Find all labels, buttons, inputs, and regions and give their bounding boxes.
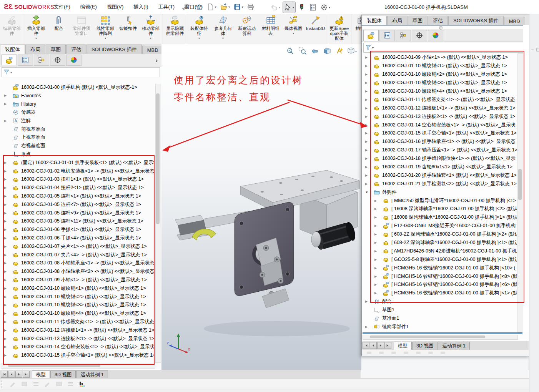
expand-arrow-icon[interactable]: ▶ (362, 56, 374, 59)
fm-appearance-tab[interactable] (428, 30, 443, 41)
ribbon-refgeo-button[interactable]: 参考几何体 (211, 14, 235, 44)
tab-MBD[interactable]: MBD (504, 17, 525, 25)
expand-arrow-icon[interactable]: ▶ (1, 119, 13, 123)
tree-item[interactable]: ▶[ 608-2Z 深沟球轴承^16002-CGJ-01-00 抓手机构 ]<2… (371, 230, 517, 239)
tree-item[interactable]: ▶16002-CGJ-01-02 电机安装板<1> -> (默认) <<默认>_… (1, 167, 155, 175)
nav-prev-button[interactable] (8, 371, 15, 378)
fm-assembly-tab[interactable] (363, 30, 379, 41)
tab-装配体[interactable]: 装配体 (362, 16, 387, 25)
table-grid-icon[interactable] (55, 380, 63, 388)
tree-item[interactable]: ▶16002-CGJ-01-17 轴承压盖<1> -> (默认) <<默认>_显… (362, 146, 517, 154)
expand-arrow-icon[interactable]: ▶ (1, 236, 13, 240)
expand-arrow-icon[interactable]: ▶ (371, 207, 383, 211)
expand-arrow-icon[interactable]: ▶ (362, 81, 374, 85)
expand-arrow-icon[interactable]: ▶ (371, 233, 383, 236)
fm-dimxpert-tab[interactable] (412, 30, 427, 41)
expand-arrow-icon[interactable]: ▶ (1, 270, 13, 273)
tree-item[interactable]: ▶16002-CGJ-01-06 手抓<1> (默认) <<默认>_显示状态 1… (1, 226, 155, 234)
tree-item[interactable]: ▶配合 (362, 297, 517, 306)
expand-arrow-icon[interactable]: ▶ (1, 287, 13, 290)
tree-item[interactable]: ▶16002-CGJ-01-07 夹片<1> -> (默认) <<默认>_显示状… (1, 242, 155, 251)
tree-item[interactable]: ▶16002-CGJ-01-12 连接板1<1> -> (默认) <<默认>_显… (1, 326, 155, 334)
expand-arrow-icon[interactable]: ▶ (1, 102, 13, 106)
expand-arrow-icon[interactable]: ▶ (362, 98, 374, 101)
expand-arrow-icon[interactable]: ▶ (1, 312, 13, 315)
tree-item[interactable]: ▶[ 16008 深沟球轴承^16002-CGJ-01-00 抓手机构 ]<2>… (371, 205, 517, 213)
ribbon-insert-button[interactable]: 插入零部件 (24, 14, 48, 44)
expand-arrow-icon[interactable]: ▶ (371, 224, 383, 228)
tree-item[interactable]: 原点 (1, 150, 155, 159)
expand-arrow-icon[interactable]: ▶ (1, 345, 13, 349)
tree-item[interactable]: ▶[ HCMGH5-16 铰链销^16002-CGJ-01-00 抓手机构 ]<… (371, 272, 517, 281)
filter-clock-icon[interactable] (67, 380, 75, 388)
options-report-button[interactable] (308, 2, 318, 13)
tree-item[interactable]: 传感器 (1, 108, 155, 117)
settings-button[interactable]: ▾ (319, 2, 331, 13)
tree-item[interactable]: 基准面1 (362, 314, 517, 323)
eraser-icon[interactable] (32, 380, 40, 388)
nav-last-button[interactable] (384, 342, 391, 349)
doc-tab-3D 视图[interactable]: 3D 视图 (412, 342, 438, 350)
nav-prev-button[interactable] (370, 342, 377, 349)
tree-item[interactable]: ▶16002-CGJ-01-11 传感器支架<1> -> (默认) <<默认>_… (1, 318, 155, 326)
expand-arrow-icon[interactable]: ▶ (362, 165, 374, 169)
expand-arrow-icon[interactable]: ▶ (1, 169, 13, 173)
ribbon-pattern-button[interactable]: 线性零部件阵列 (93, 14, 117, 44)
expand-arrow-icon[interactable]: ▶ (1, 219, 13, 223)
home-button[interactable] (194, 2, 204, 12)
nav-next-button[interactable] (15, 371, 22, 378)
tree-item[interactable]: ▶16002-CGJ-01-05 连杆<1> (默认) <<默认>_显示状态 1… (1, 192, 155, 201)
tree-item[interactable]: ▶16002-CGJ-01-03 扭杆1<1> (默认) <<默认>_显示状态 … (1, 175, 155, 184)
tree-item[interactable]: ▶[ 16008 深沟球轴承^16002-CGJ-01-00 抓手机构 ]<1>… (371, 213, 517, 222)
expand-arrow-icon[interactable]: ▶ (371, 291, 383, 295)
tab-布局[interactable]: 布局 (25, 45, 45, 54)
expand-arrow-icon[interactable]: ▶ (1, 228, 13, 231)
fm-config-tab[interactable] (34, 55, 49, 66)
tree-item[interactable]: ▶16002-CGJ-01-10 螺纹销<3> (默认) <<默认>_显示状态 … (1, 301, 155, 309)
tree-item[interactable]: 16002-CGJ-01-00 抓手机构 (默认) <默认_显示状态-1> (1, 83, 155, 91)
tree-filter-right[interactable]: ▾ (363, 43, 528, 53)
doc-tab-模型[interactable]: 模型 (394, 342, 412, 350)
tab-MBD[interactable]: MBD (142, 46, 163, 54)
expand-arrow-icon[interactable]: ▶ (1, 161, 13, 164)
right-tree-hscrollbar[interactable] (363, 335, 518, 340)
tree-item[interactable]: ▶16002-CGJ-01-13 连接板2<1> -> (默认) <<默认>_显… (1, 334, 155, 343)
expand-arrow-icon[interactable]: ▶ (371, 283, 383, 286)
open-button[interactable]: ▾ (219, 2, 231, 12)
expand-arrow-icon[interactable]: ▶ (362, 73, 374, 76)
undo-button[interactable]: ▾ (269, 2, 281, 13)
tree-item[interactable]: ▶16002-CGJ-01-08 小轴轴承座<1> -> (默认) <<默认>_… (1, 259, 155, 267)
expand-arrow-icon[interactable]: ▶ (362, 90, 374, 93)
view-orientation-button[interactable] (347, 47, 357, 56)
tree-item[interactable]: ▶16002-CGJ-01-05 连杆<7> (默认) <<默认>_显示状态 1… (1, 200, 155, 209)
expand-arrow-icon[interactable]: ▶ (362, 148, 374, 152)
new-document-button[interactable]: ▾ (205, 2, 218, 12)
tree-item[interactable]: ▶16002-CGJ-01-14 空心轴安装板<1> -> (默认) <<默认>… (1, 343, 155, 351)
expand-arrow-icon[interactable]: ▶ (1, 337, 13, 341)
tree-item[interactable]: ▶16002-CGJ-01-12 连接板1<1> -> (默认) <<默认>_显… (362, 104, 517, 112)
tree-item[interactable]: ▶[ F12-G08-ON6L M8接近开关^16002-CGJ-01-00 抓… (371, 222, 517, 230)
menubar-menu[interactable]: 插入(I) (133, 3, 148, 10)
tree-item[interactable]: ▶[ GCO25-5-8 联轴器^16002-CGJ-01-00 抓手机构 ]<… (371, 255, 517, 264)
expand-arrow-icon[interactable]: ▶ (371, 241, 383, 244)
notes-icon[interactable] (20, 380, 29, 388)
tree-item[interactable]: ▶16002-CGJ-01-10 螺纹销<1> (默认) <<默认>_显示状态 … (1, 284, 155, 292)
right-tree-vscrollbar[interactable] (517, 53, 523, 332)
expand-arrow-icon[interactable]: ▶ (1, 278, 13, 282)
fm-config-tab[interactable] (396, 30, 411, 41)
doc-tab-运动算例 1[interactable]: 运动算例 1 (438, 342, 469, 350)
tree-item[interactable]: ▶16002-CGJ-01-08 小轴轴承座<2> -> (默认) <<默认>_… (1, 267, 155, 276)
tree-item[interactable]: ▶镜向零部件1 (362, 323, 517, 331)
expand-arrow-icon[interactable]: ▶ (371, 275, 383, 278)
tree-item[interactable]: ▶[ AM17HD6426-05N 42步进电机^16002-CGJ-01-00… (371, 247, 517, 255)
expand-arrow-icon[interactable]: ▶ (1, 261, 13, 265)
print-button[interactable] (246, 2, 256, 12)
expand-arrow-icon[interactable]: ▶ (362, 182, 374, 186)
menubar-menu[interactable]: 工具(T) (158, 3, 175, 10)
expand-arrow-icon[interactable]: ▶ (362, 300, 374, 303)
ribbon-mate-button[interactable]: 配合 (48, 14, 70, 44)
3d-model[interactable] (165, 144, 375, 359)
expand-arrow-icon[interactable]: ▶ (1, 186, 13, 189)
expand-arrow-icon[interactable]: ▶ (1, 245, 13, 248)
tree-item[interactable]: ▶注解 (1, 116, 155, 125)
